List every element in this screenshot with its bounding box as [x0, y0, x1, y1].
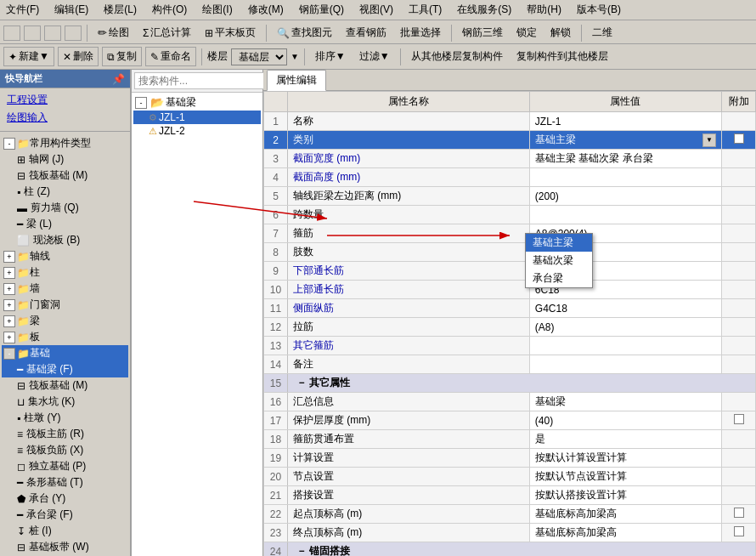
comp-jzl2[interactable]: ⚠ JZL-2: [133, 124, 261, 138]
tree-axis[interactable]: ⊞ 轴网 (J): [2, 151, 128, 167]
viewrebar-button[interactable]: 查看钢筋: [341, 23, 392, 43]
dropdown-option-main[interactable]: 基础主梁: [526, 234, 592, 252]
tree-door-group[interactable]: + 📁 门窗洞: [2, 297, 128, 313]
rebar3d-button[interactable]: 钢筋三维: [457, 23, 508, 43]
prop-name-10[interactable]: 上部通长筋: [288, 281, 530, 299]
tree-common-types[interactable]: - 📁 常用构件类型: [2, 135, 128, 151]
draw-button[interactable]: ✏ 绘图: [93, 23, 134, 43]
copy-button[interactable]: ⧉ 复制: [102, 47, 142, 66]
tree-beam-group[interactable]: + 📁 梁: [2, 313, 128, 329]
menu-version[interactable]: 版本号(B): [574, 2, 623, 18]
prop-value-11[interactable]: G4C18: [529, 299, 721, 318]
menu-rebar[interactable]: 钢筋量(Q): [296, 2, 347, 18]
prop-value-1[interactable]: JZL-1: [529, 112, 721, 131]
tree-slab[interactable]: ⬜ 现浇板 (B): [2, 232, 128, 248]
prop-value-13[interactable]: [529, 337, 721, 355]
prop-value-3[interactable]: 基础主梁 基础次梁 承台梁: [529, 150, 721, 168]
tree-pier[interactable]: ▪ 柱墩 (Y): [2, 410, 128, 426]
menu-component[interactable]: 构件(O): [150, 2, 189, 18]
delete-button[interactable]: ✕ 删除: [58, 47, 99, 66]
sort-button[interactable]: 排序▼: [310, 47, 351, 66]
toggle-beam[interactable]: +: [3, 315, 15, 327]
filter-button[interactable]: 过滤▼: [354, 47, 395, 66]
copy-to-button[interactable]: 复制构件到其他楼层: [511, 47, 613, 66]
tree-capbeam[interactable]: ━ 承台梁 (F): [2, 507, 128, 523]
calc-button[interactable]: Σ 汇总计算: [138, 23, 196, 43]
tree-raftfound[interactable]: ⊟ 筏板基础 (M): [2, 167, 128, 184]
tree-raftrebar[interactable]: ≡ 筏板主筋 (R): [2, 426, 128, 442]
toggle-door[interactable]: +: [3, 299, 15, 311]
dropdown-arrow-2[interactable]: ▼: [702, 133, 716, 147]
prop-name-4[interactable]: 截面高度 (mm): [288, 168, 530, 187]
prop-name-13[interactable]: 其它箍筋: [288, 337, 530, 355]
tree-foundation-group[interactable]: - 📁 基础: [2, 345, 128, 361]
tree-col[interactable]: ▪ 柱 (Z): [2, 184, 128, 200]
batchselect-button[interactable]: 批量选择: [395, 23, 446, 43]
tree-col-group[interactable]: + 📁 柱: [2, 264, 128, 281]
menu-floor[interactable]: 楼层(L): [101, 2, 139, 18]
dropdown-option-sub[interactable]: 基础次梁: [526, 252, 592, 269]
prop-value-23[interactable]: 基础底标高加梁高: [529, 524, 721, 542]
flatboard-button[interactable]: ⊞ 平末板页: [200, 23, 261, 43]
menu-tool[interactable]: 工具(T): [406, 2, 444, 18]
prop-name-9[interactable]: 下部通长筋: [288, 262, 530, 281]
tree-raft2[interactable]: ⊟ 筏板基础 (M): [2, 377, 128, 394]
prop-value-22[interactable]: 基础底标高加梁高: [529, 505, 721, 524]
tree-axis-group[interactable]: + 📁 轴线: [2, 248, 128, 264]
tab-prop-edit[interactable]: 属性编辑: [267, 70, 326, 91]
new-button[interactable]: ✦ 新建▼: [3, 47, 54, 66]
layer-select[interactable]: 基础层: [231, 48, 287, 65]
toggle-foundation[interactable]: -: [3, 348, 15, 360]
menu-modify[interactable]: 修改(M): [245, 2, 286, 18]
prop-value-2[interactable]: 基础主梁 ▼: [529, 131, 721, 150]
toggle-slab[interactable]: +: [3, 332, 15, 343]
tree-strip[interactable]: ━ 条形基础 (T): [2, 474, 128, 491]
comp-root-toggle[interactable]: -: [135, 97, 147, 109]
nav-project-settings[interactable]: 工程设置: [7, 92, 123, 108]
prop-value-12[interactable]: (A8): [529, 318, 721, 337]
tree-cap[interactable]: ⬟ 承台 (Y): [2, 491, 128, 507]
prop-value-19[interactable]: 按默认计算设置计算: [529, 449, 721, 468]
rename-button[interactable]: ✎ 重命名: [145, 47, 196, 66]
tree-wall[interactable]: ▬ 剪力墙 (Q): [2, 200, 128, 216]
unlock-button[interactable]: 解锁: [545, 23, 576, 43]
prop-value-16[interactable]: 基础梁: [529, 393, 721, 411]
tree-pile[interactable]: ↧ 桩 (I): [2, 523, 128, 539]
prop-name-3[interactable]: 截面宽度 (mm): [288, 150, 530, 168]
copy-from-button[interactable]: 从其他楼层复制构件: [406, 47, 508, 66]
nav-draw-input[interactable]: 绘图输入: [7, 110, 123, 126]
comp-root[interactable]: - 📂 基础梁: [133, 94, 261, 111]
search-input[interactable]: [134, 72, 270, 89]
panel-pin-icon[interactable]: 📌: [112, 73, 125, 85]
prop-value-4[interactable]: [529, 168, 721, 187]
tree-slab-group[interactable]: + 📁 板: [2, 329, 128, 345]
prop-value-18[interactable]: 是: [529, 430, 721, 449]
tree-isolated[interactable]: ◻ 独立基础 (P): [2, 458, 128, 474]
add-checkbox-23[interactable]: [734, 526, 744, 536]
prop-value-20[interactable]: 按默认节点设置计算: [529, 468, 721, 486]
tree-wall-group[interactable]: + 📁 墙: [2, 281, 128, 297]
tree-beam[interactable]: ━ 梁 (L): [2, 216, 128, 232]
comp-jzl1[interactable]: ⚙ JZL-1: [133, 111, 261, 124]
dropdown-option-cap[interactable]: 承台梁: [526, 269, 592, 287]
find-button[interactable]: 🔍 查找图元: [272, 23, 337, 43]
menu-file[interactable]: 文件(F): [3, 2, 42, 18]
menu-draw[interactable]: 绘图(I): [200, 2, 234, 18]
tree-found-beam[interactable]: ━ 基础梁 (F): [2, 361, 128, 377]
prop-value-14[interactable]: [529, 355, 721, 374]
add-checkbox-22[interactable]: [734, 508, 744, 518]
add-checkbox-2[interactable]: [734, 133, 744, 144]
toggle-wall[interactable]: +: [3, 283, 15, 295]
menu-view[interactable]: 视图(V): [357, 2, 396, 18]
tree-raftnegatve[interactable]: ≡ 筏板负筋 (X): [2, 442, 128, 458]
prop-value-21[interactable]: 按默认搭接设置计算: [529, 486, 721, 505]
add-checkbox-17[interactable]: [734, 414, 744, 424]
prop-value-6[interactable]: [529, 206, 721, 224]
menu-online[interactable]: 在线服务(S): [454, 2, 514, 18]
lock-button[interactable]: 锁定: [511, 23, 542, 43]
prop-name-11[interactable]: 侧面纵筋: [288, 299, 530, 318]
tree-band[interactable]: ⊟ 基础板带 (W): [2, 539, 128, 555]
tree-sump[interactable]: ⊔ 集水坑 (K): [2, 394, 128, 410]
toggle-col[interactable]: +: [3, 267, 15, 279]
prop-value-17[interactable]: (40): [529, 411, 721, 430]
